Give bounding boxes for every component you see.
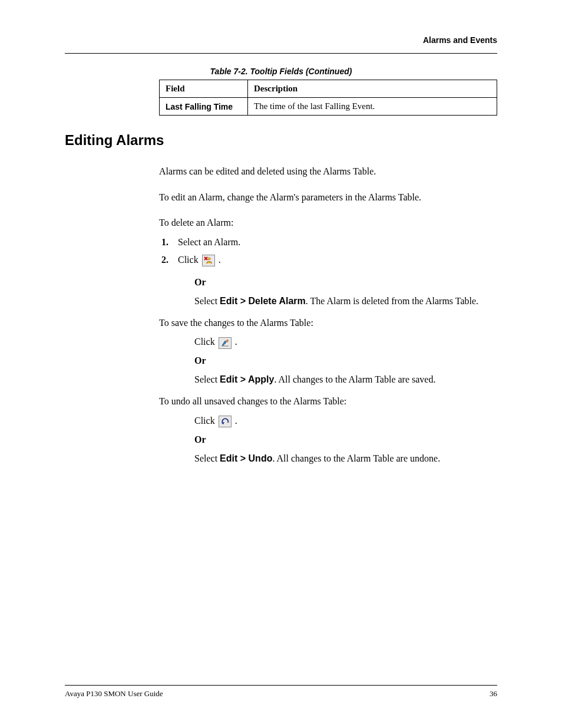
undo-or: Or (194, 433, 497, 447)
table-caption: Table 7-2. Tooltip Fields (Continued) (65, 67, 497, 76)
menu-path-undo: Edit > Undo (220, 453, 272, 463)
step-2-dot: . (219, 255, 221, 265)
page-footer: Avaya P130 SMON User Guide 36 (65, 685, 497, 699)
apply-icon (219, 337, 232, 349)
cell-desc: The time of the last Falling Event. (248, 98, 497, 116)
delete-intro: To delete an Alarm: (159, 216, 497, 229)
step-2: 2. Click . (178, 253, 497, 267)
cell-field: Last Falling Time (160, 98, 248, 116)
footer-page-number: 36 (490, 689, 497, 699)
tooltip-table: Field Description Last Falling Time The … (159, 80, 497, 116)
delete-steps: 1. Select an Alarm. 2. Click . (159, 235, 497, 267)
page: Alarms and Events Table 7-2. Tooltip Fie… (0, 0, 562, 728)
col-header-field: Field (160, 80, 248, 98)
save-alt: Select Edit > Apply. All changes to the … (194, 373, 497, 387)
undo-alt: Select Edit > Undo. All changes to the A… (194, 452, 497, 466)
col-header-desc: Description (248, 80, 497, 98)
step-1-text: Select an Alarm. (178, 237, 240, 247)
table-header-row: Field Description (160, 80, 497, 98)
footer-left: Avaya P130 SMON User Guide (65, 689, 163, 699)
tooltip-table-wrap: Field Description Last Falling Time The … (159, 80, 497, 116)
intro-para-2: To edit an Alarm, change the Alarm's par… (159, 191, 497, 204)
intro-para-1: Alarms can be edited and deleted using t… (159, 165, 497, 178)
save-or: Or (194, 354, 497, 368)
body-column: Alarms can be edited and deleted using t… (159, 165, 497, 466)
delete-alarm-icon (202, 255, 215, 266)
step-2-click: Click (178, 255, 201, 265)
svg-point-0 (208, 258, 210, 260)
menu-path-delete: Edit > Delete Alarm (220, 296, 306, 306)
delete-alt: Select Edit > Delete Alarm. The Alarm is… (194, 294, 497, 308)
save-intro: To save the changes to the Alarms Table: (159, 317, 497, 330)
table-row: Last Falling Time The time of the last F… (160, 98, 497, 116)
save-click: Click . (194, 335, 497, 349)
step-2-num: 2. (161, 253, 168, 267)
undo-click: Click . (194, 414, 497, 428)
menu-path-apply: Edit > Apply (220, 374, 274, 384)
header-title: Alarms and Events (423, 35, 497, 45)
step-1-num: 1. (161, 235, 168, 249)
section-title: Editing Alarms (65, 132, 497, 149)
undo-icon (219, 416, 232, 427)
step-1: 1. Select an Alarm. (178, 235, 497, 249)
undo-intro: To undo all unsaved changes to the Alarm… (159, 395, 497, 408)
delete-or: Or (194, 275, 497, 289)
page-header: Alarms and Events (65, 35, 497, 54)
